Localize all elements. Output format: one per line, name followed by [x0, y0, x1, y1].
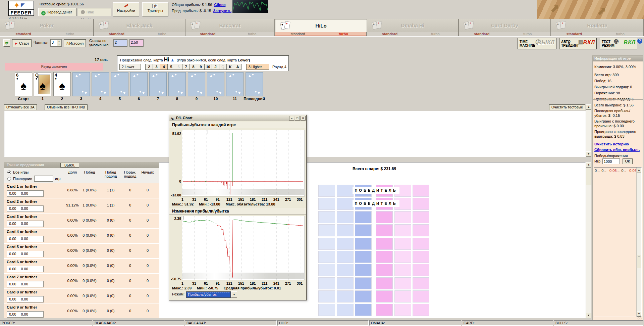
stake-input[interactable]: 0.000.00 [7, 311, 44, 318]
bet-cell[interactable] [318, 198, 335, 210]
scroll-thumb[interactable] [586, 168, 591, 185]
stake-input[interactable]: 0.000.00 [7, 236, 44, 242]
bet-cell[interactable] [376, 251, 393, 263]
card-button-7[interactable]: 7 [182, 64, 190, 70]
subtab-omaha-hi-standard[interactable]: standard [367, 32, 413, 36]
clear-test-bets-button[interactable]: Очистить тестовые [549, 104, 585, 110]
card-button-4[interactable]: 4 [160, 64, 168, 70]
scroll-thumb[interactable] [637, 255, 641, 268]
bet-cell[interactable] [376, 264, 393, 276]
upper-scrollbar[interactable]: ▲ ▼ [586, 104, 591, 157]
clear-history-link[interactable]: Очистить историю [594, 142, 641, 146]
bet-cell[interactable] [318, 277, 335, 289]
predictions-off-button[interactable]: ВЫКЛ. [60, 163, 79, 168]
time-machine-toggle[interactable]: TIMEMACHINE ◷ ВЫКЛ [518, 38, 556, 49]
bet-cell[interactable] [413, 211, 429, 223]
bet-cell[interactable] [337, 224, 354, 236]
bet-cell[interactable] [413, 290, 429, 302]
bet-cell[interactable] [318, 251, 335, 263]
tab-baccarat[interactable]: ♠♦Baccarat [185, 19, 275, 32]
lay-bet-input[interactable]: 2,50 [129, 39, 144, 47]
bet-cell[interactable] [337, 304, 354, 316]
bet-cell[interactable] [318, 290, 335, 302]
scroll-down-icon[interactable]: ▼ [586, 313, 591, 318]
test-mode-toggle[interactable]: ТЕСТРЕЖИМ ☢ ВКЛ [600, 38, 637, 49]
main-scrollbar[interactable]: ▲ ▼ [586, 162, 591, 318]
subtab-poker-standard[interactable]: standard [0, 32, 47, 36]
card-button-Q[interactable]: Q [219, 64, 227, 70]
stake-input[interactable]: 0.000.00 [7, 205, 44, 212]
bet-cell[interactable] [413, 251, 429, 263]
last-games-radio[interactable] [7, 177, 11, 181]
stake-input[interactable]: 0.000.00 [7, 221, 44, 227]
lower-button[interactable]: 2 Lower [119, 64, 141, 70]
bet-cell[interactable] [376, 277, 393, 289]
bet-cell[interactable] [376, 211, 393, 223]
bet-cell[interactable] [337, 251, 354, 263]
scroll-up-icon[interactable]: ▲ [586, 104, 591, 110]
chart-mode-select[interactable]: Прибыль/убыток [186, 291, 231, 298]
bet-cell[interactable] [413, 198, 429, 210]
bet-cell[interactable] [394, 290, 411, 302]
subtab-baccarat-standard[interactable]: standard [185, 32, 230, 36]
bet-cell[interactable] [394, 224, 411, 236]
card-button-J[interactable]: J [212, 64, 219, 70]
bet-cell[interactable] [413, 224, 429, 236]
transfer-money-button[interactable]: ➔Перевод денег [38, 8, 76, 16]
chart-window-titlebar[interactable]: ⇘ P/L Chart – □ × [169, 115, 306, 121]
subtab-black-jack-turbo[interactable]: turbo [140, 32, 185, 36]
reset-total-profit-link[interactable]: Сбросить общ. прибыль [594, 147, 641, 152]
subtab-black-jack-standard[interactable]: standard [94, 32, 140, 36]
triggers-button[interactable]: fxТриггеры [142, 2, 168, 16]
subtab-hilo-standard[interactable]: standard [275, 32, 321, 36]
card-button-5[interactable]: 5 [167, 64, 175, 70]
bet-cell[interactable] [337, 238, 354, 250]
resize-grip[interactable] [638, 315, 642, 320]
scroll-up-icon[interactable]: ▲ [637, 168, 641, 173]
bet-cell[interactable] [318, 238, 335, 250]
card-button-K[interactable]: K [226, 64, 234, 70]
stake-input[interactable]: 0.000.00 [7, 266, 44, 272]
card-button-9[interactable]: 9 [197, 64, 205, 70]
bet-cell[interactable] [413, 264, 429, 276]
stake-input[interactable]: 0.000.00 [7, 296, 44, 302]
help-icon[interactable]: ? [637, 39, 642, 44]
bet-cell[interactable] [413, 185, 429, 197]
last-games-input[interactable] [34, 176, 53, 182]
refresh-button[interactable]: ⇄ [3, 39, 10, 47]
card-button-10[interactable]: 10 [204, 64, 212, 70]
scroll-down-icon[interactable]: ▼ [586, 151, 591, 157]
reset-profit-link[interactable]: Сброс [214, 3, 225, 7]
bet-cell[interactable] [337, 185, 354, 197]
tab-roulette[interactable]: ♠♦Roulette [551, 19, 644, 32]
tab-poker[interactable]: ♠♦Poker [0, 19, 94, 32]
start-button[interactable]: ► Старт [12, 39, 32, 47]
bet-cell[interactable] [318, 264, 335, 276]
card-button-6[interactable]: 6 [175, 64, 182, 70]
bet-cell[interactable] [413, 238, 429, 250]
higher-button[interactable]: 8 Higher [246, 64, 269, 70]
scroll-up-icon[interactable]: ▲ [586, 162, 591, 168]
history-scrollbar[interactable]: ▲ ▼ [636, 168, 641, 317]
subtab-poker-turbo[interactable]: turbo [47, 32, 93, 36]
stake-input[interactable]: 0.000.00 [7, 251, 44, 257]
bet-cell[interactable] [376, 238, 393, 250]
time-machine-button[interactable]: Time Machine [78, 8, 111, 16]
bet-cell[interactable] [376, 290, 393, 302]
tab-omaha-hi[interactable]: ♠♦Omaha Hi [367, 19, 459, 32]
bet-cell[interactable] [318, 304, 335, 316]
autotrading-toggle[interactable]: АВТОТРЕЙДИНГ ▦ ВКЛ [559, 38, 597, 49]
bet-cell[interactable] [394, 264, 411, 276]
card-button-A[interactable]: A [234, 64, 241, 70]
bet-cell[interactable] [355, 224, 372, 236]
bet-cell[interactable] [337, 264, 354, 276]
spinner-arrows-icon[interactable]: ▲▼ [57, 40, 61, 46]
card-button-2[interactable]: 2 [145, 64, 153, 70]
settings-button[interactable]: Настройки [113, 2, 139, 16]
cancel-all-back-button[interactable]: Отменить все ЗА [4, 104, 37, 110]
bet-cell[interactable] [394, 251, 411, 263]
bet-cell[interactable] [355, 238, 372, 250]
subtab-roulette-standard[interactable]: standard [551, 32, 597, 36]
minimize-icon[interactable]: – [289, 116, 294, 121]
bet-cell[interactable] [394, 238, 411, 250]
